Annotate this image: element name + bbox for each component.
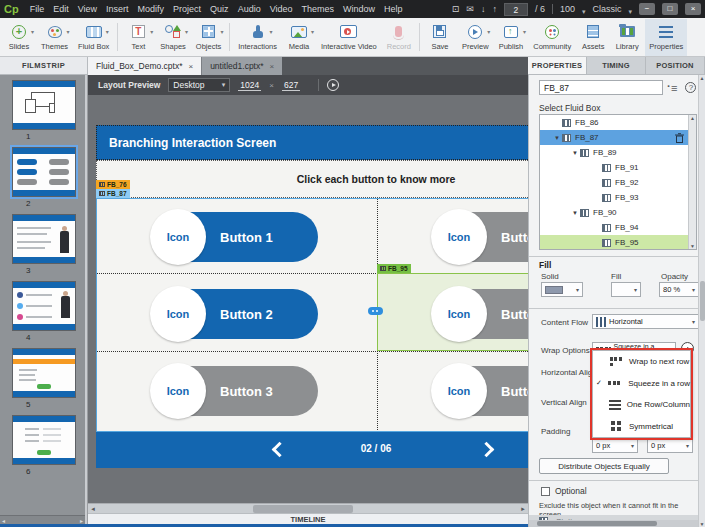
menu-window[interactable]: Window	[343, 4, 375, 14]
menu-view[interactable]: View	[78, 4, 97, 14]
previous-slide-icon[interactable]	[481, 0, 486, 18]
save-button[interactable]: Save	[424, 19, 456, 56]
collapse-triangle-icon[interactable]: ▼	[572, 210, 580, 216]
padding-left-field[interactable]: 0 px	[592, 438, 638, 453]
community-button[interactable]: Community	[529, 19, 575, 56]
device-preview-icon[interactable]	[452, 0, 460, 18]
slide-thumbnail-3[interactable]	[12, 214, 76, 264]
previous-chevron-icon[interactable]	[272, 442, 288, 458]
messages-icon[interactable]	[466, 0, 474, 18]
media-button[interactable]: Media	[283, 19, 315, 56]
workspace-dropdown-icon[interactable]	[628, 0, 632, 18]
menu-quiz[interactable]: Quiz	[210, 4, 229, 14]
tree-item-fb89[interactable]: ▼ FB_89	[540, 145, 696, 160]
menu-insert[interactable]: Insert	[106, 4, 129, 14]
maximize-button[interactable]	[662, 3, 678, 15]
slide-thumbnail-2-selected[interactable]	[12, 147, 76, 197]
menu-item-symmetrical[interactable]: Symmetrical	[593, 416, 690, 438]
filmstrip-panel-header[interactable]: FILMSTRIP	[0, 57, 88, 75]
stage-width-field[interactable]: 1024	[238, 80, 261, 91]
scrollbar-thumb[interactable]	[700, 281, 705, 321]
next-chevron-icon[interactable]	[479, 442, 495, 458]
timeline-panel-header[interactable]: TIMELINE	[88, 513, 528, 524]
slide-thumbnail-5[interactable]	[12, 348, 76, 398]
button-2[interactable]: Icon Button 2	[152, 289, 318, 339]
close-tab-icon[interactable]: ×	[270, 62, 275, 71]
slide-header-fluid-box[interactable]: Branching Interaction Screen	[96, 125, 528, 160]
fluid-box-name-input[interactable]	[539, 80, 663, 95]
collapse-triangle-icon[interactable]: ▼	[554, 135, 562, 141]
current-slide-field[interactable]: 2	[504, 3, 528, 16]
tree-item-fb95-highlighted[interactable]: FB_95	[540, 235, 696, 250]
tree-item-fb91[interactable]: FB_91	[540, 160, 696, 175]
library-button[interactable]: Library	[611, 19, 643, 56]
menu-item-one-row-column[interactable]: One Row/Column	[593, 394, 690, 416]
menu-project[interactable]: Project	[173, 4, 201, 14]
zoom-level-field[interactable]: 100	[560, 4, 575, 14]
panel-menu-icon[interactable]	[671, 82, 677, 94]
button-5-partial[interactable]: Icon Button	[433, 289, 528, 339]
distribute-objects-button[interactable]: Distribute Objects Equally	[539, 458, 669, 474]
scroll-right-icon[interactable]	[518, 505, 528, 513]
tree-item-fb86[interactable]: FB_86	[540, 115, 696, 130]
scroll-right-icon[interactable]	[80, 517, 83, 524]
menu-edit[interactable]: Edit	[53, 4, 69, 14]
device-select[interactable]: Desktop	[168, 78, 230, 92]
scroll-down-icon[interactable]: ▼	[700, 521, 705, 527]
button-4-partial[interactable]: Icon Button	[433, 212, 528, 262]
tree-scrollbar[interactable]: ▲▼	[688, 115, 696, 249]
slides-button[interactable]: Slides	[3, 19, 35, 56]
themes-button[interactable]: Themes	[37, 19, 72, 56]
menu-themes[interactable]: Themes	[302, 4, 335, 14]
slide-thumbnail-1[interactable]	[12, 80, 76, 130]
close-tab-icon[interactable]: ×	[188, 62, 193, 71]
slide-thumbnail-6[interactable]	[12, 415, 76, 465]
fluid-box-button[interactable]: Fluid Box	[74, 19, 113, 56]
stage-canvas[interactable]: Branching Interaction Screen Click each …	[88, 95, 528, 503]
menu-video[interactable]: Video	[270, 4, 293, 14]
menu-modify[interactable]: Modify	[138, 4, 165, 14]
minimize-button[interactable]	[639, 3, 655, 15]
close-button[interactable]	[685, 3, 701, 15]
scrollbar-thumb[interactable]	[537, 521, 657, 526]
delete-fluid-box-icon[interactable]	[675, 133, 684, 143]
menu-audio[interactable]: Audio	[238, 4, 261, 14]
tab-untitled1[interactable]: untitled1.cptx* ×	[201, 57, 282, 75]
tree-item-fb93[interactable]: FB_93	[540, 190, 696, 205]
button-6-partial[interactable]: Icon Button	[433, 366, 528, 416]
properties-button[interactable]: Properties	[645, 19, 687, 56]
filmstrip-scrollbar[interactable]	[0, 515, 85, 524]
panel-vertical-scrollbar[interactable]: ▲▼	[698, 75, 705, 527]
help-icon[interactable]	[685, 82, 696, 93]
assets-button[interactable]: Assets	[577, 19, 609, 56]
interactions-button[interactable]: Interactions	[234, 19, 281, 56]
tree-item-fb94[interactable]: FB_94	[540, 220, 696, 235]
publish-button[interactable]: Publish	[495, 19, 528, 56]
slide-thumbnail-4[interactable]	[12, 281, 76, 331]
preview-play-icon[interactable]	[327, 79, 339, 91]
canvas-horizontal-scrollbar[interactable]	[88, 503, 528, 513]
preview-button[interactable]: Preview	[458, 19, 493, 56]
menu-item-wrap-to-next-row[interactable]: Wrap to next row	[593, 351, 690, 373]
tree-item-fb87-selected[interactable]: ▼ FB_87	[540, 130, 696, 145]
scroll-down-icon[interactable]: ▼	[690, 243, 695, 249]
scroll-up-icon[interactable]: ▲	[690, 115, 695, 121]
optional-checkbox[interactable]	[541, 487, 550, 496]
button-1[interactable]: Icon Button 1	[152, 212, 318, 262]
scrollbar-thumb[interactable]	[253, 505, 353, 513]
zoom-dropdown-icon[interactable]	[582, 0, 586, 18]
text-button[interactable]: Text	[122, 19, 154, 56]
opacity-select[interactable]: 80 %	[659, 282, 699, 297]
fluid-box-drag-handle[interactable]	[368, 307, 383, 315]
stage-height-field[interactable]: 627	[282, 80, 300, 91]
interactive-video-button[interactable]: Interactive Video	[317, 19, 381, 56]
padding-right-field[interactable]: 0 px	[647, 438, 693, 453]
solid-fill-select[interactable]	[541, 282, 583, 297]
menu-file[interactable]: File	[30, 4, 45, 14]
captivate-logo[interactable]: Cp	[4, 3, 19, 15]
tab-properties[interactable]: PROPERTIES	[528, 57, 587, 74]
content-flow-select[interactable]: Horizontal	[592, 314, 699, 329]
workspace-selector[interactable]: Classic	[592, 4, 621, 14]
scroll-left-icon[interactable]	[88, 505, 98, 513]
fluid-box-tag-fb87[interactable]: FB_87	[96, 189, 130, 198]
